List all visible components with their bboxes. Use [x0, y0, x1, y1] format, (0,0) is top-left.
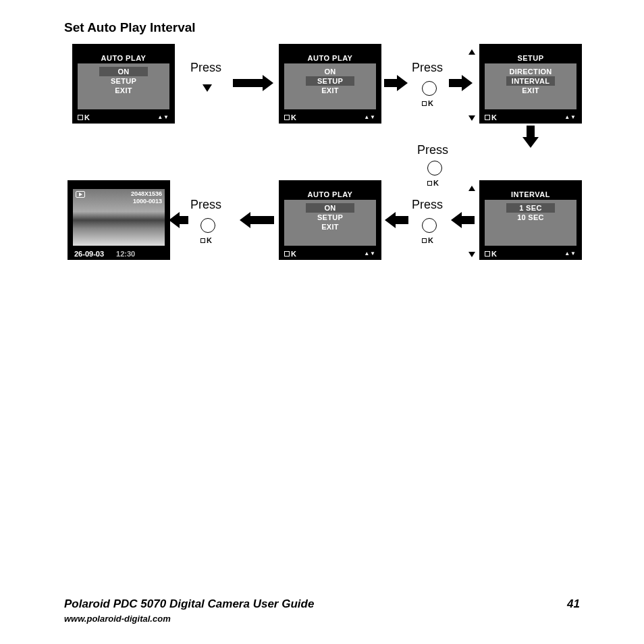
updown-icon: ▲▼	[364, 252, 376, 256]
time-text: 12:30	[116, 250, 135, 258]
square-icon	[485, 251, 490, 257]
menu-item: 10 SEC	[485, 213, 576, 222]
lcd-inner: AUTO PLAY ON SETUP EXIT	[284, 189, 376, 246]
arrow-right-icon	[233, 79, 263, 87]
arrow-down-icon	[527, 126, 535, 138]
up-triangle-icon	[468, 49, 475, 55]
down-triangle-icon	[468, 115, 475, 121]
press-label: Press	[417, 143, 448, 157]
lcd-footer: K ▲▼	[485, 250, 576, 258]
press-label: Press	[412, 198, 443, 212]
ok-text: K	[422, 99, 434, 107]
ok-button-icon	[427, 161, 442, 176]
photo-footer: 26-09-03 12:30	[74, 250, 163, 258]
lcd-autoplay-on-2: AUTO PLAY ON SETUP EXIT K ▲▼	[279, 180, 381, 260]
square-icon	[422, 238, 427, 243]
photo-image: 2048X1536 1000-0013	[73, 189, 165, 246]
square-icon	[427, 181, 432, 186]
lcd-footer: K ▲▼	[284, 113, 376, 122]
press-label: Press	[412, 61, 443, 75]
lcd-inner: SETUP DIRECTION INTERVAL EXIT	[485, 53, 576, 109]
ok-text: K	[200, 236, 213, 244]
lcd-title: AUTO PLAY	[284, 53, 376, 63]
press-label: Press	[190, 198, 221, 212]
ok-button-icon	[422, 81, 437, 96]
lcd-body: ON SETUP EXIT	[284, 63, 376, 95]
lcd-body: DIRECTION INTERVAL EXIT	[485, 63, 576, 95]
page-title: Set Auto Play Interval	[64, 20, 196, 35]
arrow-left-icon	[250, 216, 274, 224]
menu-item: SETUP	[306, 76, 354, 86]
ok-text: K	[422, 236, 434, 244]
lcd-inner: INTERVAL 1 SEC 10 SEC	[485, 189, 576, 246]
updown-icon: ▲▼	[364, 115, 376, 119]
updown-icon: ▲▼	[564, 252, 576, 256]
resolution-text: 2048X1536	[131, 190, 162, 198]
lcd-autoplay-on: AUTO PLAY ON SETUP EXIT K ▲▼	[72, 44, 175, 124]
menu-item: SETUP	[284, 213, 376, 222]
updown-icon: ▲▼	[564, 115, 576, 119]
menu-item: SETUP	[78, 76, 169, 86]
square-icon	[284, 115, 290, 120]
ok-text: K	[427, 179, 439, 187]
lcd-footer: K ▲▼	[284, 250, 376, 258]
lcd-footer: K ▲▼	[485, 113, 576, 122]
menu-item: ON	[306, 203, 354, 213]
menu-item: EXIT	[284, 222, 376, 232]
page-number: 41	[567, 597, 580, 611]
arrow-left-icon	[179, 216, 188, 224]
menu-item: DIRECTION	[485, 67, 576, 76]
ok-indicator: K	[284, 113, 297, 122]
lcd-title: AUTO PLAY	[284, 189, 376, 200]
menu-item: INTERVAL	[506, 76, 555, 86]
square-icon	[422, 101, 427, 106]
updown-icon: ▲▼	[157, 115, 169, 119]
ok-button-icon	[200, 218, 215, 233]
arrow-left-icon	[461, 216, 475, 224]
lcd-body: ON SETUP EXIT	[78, 63, 169, 95]
lcd-inner: AUTO PLAY ON SETUP EXIT	[284, 53, 376, 109]
down-triangle-icon	[468, 252, 475, 257]
arrow-right-icon	[449, 79, 462, 87]
square-icon	[78, 115, 83, 120]
menu-item: ON	[284, 67, 376, 76]
footer-url: www.polaroid-digital.com	[64, 614, 580, 624]
lcd-inner: AUTO PLAY ON SETUP EXIT	[78, 53, 169, 109]
lcd-interval: INTERVAL 1 SEC 10 SEC K ▲▼	[479, 180, 582, 260]
guide-title: Polaroid PDC 5070 Digital Camera User Gu…	[64, 597, 314, 611]
square-icon	[200, 238, 205, 243]
square-icon	[485, 115, 490, 120]
lcd-body: 1 SEC 10 SEC	[485, 200, 576, 222]
lcd-autoplay-setup: AUTO PLAY ON SETUP EXIT K ▲▼	[279, 44, 381, 124]
up-triangle-icon	[468, 186, 475, 191]
lcd-title: INTERVAL	[485, 189, 576, 200]
menu-item: EXIT	[284, 86, 376, 95]
ok-indicator: K	[78, 113, 90, 122]
lcd-photo-playback: 2048X1536 1000-0013 26-09-03 12:30	[68, 180, 170, 260]
lcd-title: AUTO PLAY	[78, 53, 169, 63]
menu-item: ON	[99, 67, 148, 76]
ok-button-icon	[422, 218, 437, 233]
ok-indicator: K	[284, 250, 297, 258]
footer-line: Polaroid PDC 5070 Digital Camera User Gu…	[64, 597, 580, 611]
lcd-title: SETUP	[485, 53, 576, 63]
down-triangle-icon	[203, 84, 212, 92]
arrow-left-icon	[395, 216, 408, 224]
ok-indicator: K	[485, 113, 498, 122]
menu-item: 1 SEC	[506, 203, 555, 213]
counter-text: 1000-0013	[131, 198, 162, 205]
lcd-setup: SETUP DIRECTION INTERVAL EXIT K ▲▼	[479, 44, 582, 124]
square-icon	[284, 251, 290, 257]
date-text: 26-09-03	[74, 250, 104, 258]
menu-item: EXIT	[78, 86, 169, 95]
play-icon	[76, 191, 85, 198]
lcd-body: ON SETUP EXIT	[284, 200, 376, 232]
press-label: Press	[190, 61, 221, 75]
page-footer: Polaroid PDC 5070 Digital Camera User Gu…	[64, 597, 580, 624]
arrow-right-icon	[384, 79, 398, 87]
lcd-footer: K ▲▼	[78, 113, 169, 122]
menu-item: EXIT	[485, 86, 576, 95]
ok-indicator: K	[485, 250, 498, 258]
photo-info: 2048X1536 1000-0013	[131, 190, 162, 205]
